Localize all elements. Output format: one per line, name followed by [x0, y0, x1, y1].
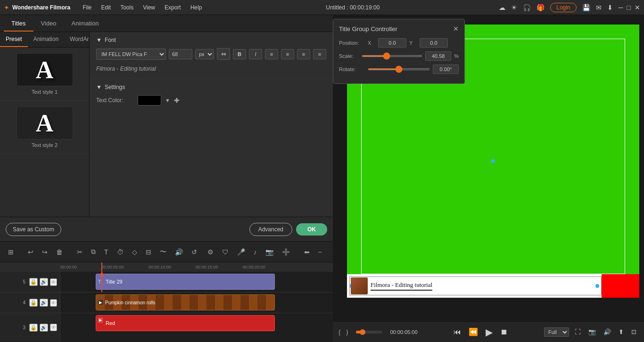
- color-swatch[interactable]: [138, 95, 161, 106]
- grid-view-button[interactable]: ⊞: [5, 246, 17, 258]
- reset-button[interactable]: ↺: [188, 246, 200, 258]
- mic-button[interactable]: 🎤: [234, 246, 248, 258]
- shield-button[interactable]: 🛡: [219, 246, 232, 258]
- font-size-input[interactable]: [169, 49, 192, 59]
- font-family-select[interactable]: IM FELL DW Pica F: [96, 49, 166, 60]
- bold-button[interactable]: B: [233, 49, 246, 59]
- sun-icon[interactable]: ☀: [511, 4, 517, 11]
- tgc-scale-input[interactable]: [425, 51, 451, 61]
- tgc-scale-slider[interactable]: [362, 55, 422, 57]
- tab-animation[interactable]: Animation: [64, 16, 107, 32]
- track-4-mute-btn[interactable]: 🔊: [40, 299, 48, 307]
- red-clip[interactable]: ▶ Red: [96, 315, 275, 331]
- track-3-mute-btn[interactable]: 🔊: [40, 324, 48, 332]
- menu-file[interactable]: File: [78, 2, 96, 13]
- snapshot-button[interactable]: 📷: [586, 326, 598, 337]
- track-4-hide-btn[interactable]: 👁: [50, 299, 57, 307]
- tab-animation-preset[interactable]: Animation: [28, 32, 64, 47]
- mute-button[interactable]: 🔊: [172, 246, 186, 258]
- cut-button[interactable]: ✂: [74, 246, 86, 258]
- fullscreen-button[interactable]: ⛶: [573, 326, 583, 337]
- ok-button[interactable]: OK: [296, 223, 327, 236]
- font-section-header[interactable]: ▼ Font: [96, 37, 326, 43]
- pip-button[interactable]: ⊡: [629, 326, 638, 337]
- menu-view[interactable]: View: [138, 2, 160, 13]
- keyframe-button[interactable]: ◇: [129, 246, 140, 258]
- tab-titles[interactable]: Titles: [4, 16, 33, 32]
- settings-button[interactable]: ⚙: [204, 246, 217, 258]
- stop-button[interactable]: ⏹: [498, 326, 510, 338]
- save-icon[interactable]: 💾: [582, 4, 590, 11]
- maximize-button[interactable]: □: [627, 4, 631, 11]
- tab-video[interactable]: Video: [33, 16, 64, 32]
- gift-icon[interactable]: 🎁: [537, 4, 545, 11]
- timer-button[interactable]: ⏱: [114, 246, 127, 258]
- audio-track-button[interactable]: ♪: [250, 246, 260, 258]
- text-style-1-item[interactable]: A Text style 1: [0, 48, 89, 101]
- font-size-unit-select[interactable]: px: [195, 49, 214, 59]
- text-style-2-item[interactable]: A Text style 2: [0, 101, 89, 154]
- advanced-button[interactable]: Advanced: [249, 223, 292, 236]
- add-track-button[interactable]: ➕: [279, 246, 293, 258]
- settings-section: ▼ Settings Text Color: ▼ ✚: [90, 79, 333, 110]
- settings-label: Settings: [105, 84, 125, 90]
- play-button[interactable]: ▶: [484, 325, 495, 340]
- tab-wordart[interactable]: WordArt: [64, 32, 90, 47]
- track-3-hide-btn[interactable]: 👁: [50, 324, 57, 331]
- italic-button[interactable]: I: [249, 49, 262, 59]
- align-center-button[interactable]: ≡: [281, 49, 294, 59]
- spacing-icon-btn[interactable]: ⇔: [217, 48, 230, 60]
- zoom-level-select[interactable]: Full 50% 75%: [544, 327, 569, 337]
- track-5-lock-btn[interactable]: 🔒: [29, 278, 38, 286]
- camera-button[interactable]: 📷: [262, 246, 277, 258]
- save-as-custom-button[interactable]: Save as Custom: [6, 223, 61, 236]
- redo-button[interactable]: ↪: [39, 246, 51, 258]
- align-right-button[interactable]: ≡: [297, 49, 310, 59]
- cloud-icon[interactable]: ☁: [499, 4, 505, 11]
- download-icon[interactable]: ⬇: [607, 4, 613, 11]
- tgc-y-input[interactable]: [420, 38, 448, 48]
- justify-button[interactable]: ≡: [313, 49, 326, 59]
- track-5-hide-btn[interactable]: 👁: [50, 278, 57, 286]
- color-row: Text Color: ▼ ✚: [96, 95, 326, 106]
- delete-button[interactable]: 🗑: [53, 246, 66, 258]
- zoom-out-button[interactable]: −: [315, 246, 325, 258]
- settings-section-header[interactable]: ▼ Settings: [96, 84, 326, 90]
- track-row-4: 4 🔒 🔊 👁 ▶ Pumpkin cinnamon rolls: [0, 293, 333, 313]
- track-5-mute-btn[interactable]: 🔊: [40, 278, 48, 286]
- headphone-icon[interactable]: 🎧: [523, 4, 531, 11]
- align-left-button[interactable]: ≡: [265, 49, 278, 59]
- export-frame-button[interactable]: ⬆: [617, 326, 626, 337]
- tgc-close-button[interactable]: ✕: [453, 25, 459, 33]
- playback-progress[interactable]: [356, 331, 383, 334]
- track-3-lock-btn[interactable]: 🔒: [29, 324, 38, 332]
- tgc-rotate-slider[interactable]: [368, 68, 430, 70]
- eyedropper-button[interactable]: ✚: [174, 97, 180, 104]
- undo-button[interactable]: ↩: [25, 246, 37, 258]
- import-button[interactable]: ⬅: [301, 246, 313, 258]
- title-clip[interactable]: T Title 29: [96, 274, 275, 290]
- close-button[interactable]: ✕: [635, 4, 640, 11]
- step-back-button[interactable]: ⏪: [467, 326, 480, 338]
- login-button[interactable]: Login: [550, 3, 576, 12]
- tgc-scale-unit: %: [454, 53, 459, 59]
- menu-edit[interactable]: Edit: [96, 2, 116, 13]
- tgc-x-input[interactable]: [378, 38, 406, 48]
- eq-button[interactable]: ⊟: [142, 246, 155, 258]
- video-clip[interactable]: ▶ Pumpkin cinnamon rolls: [96, 294, 275, 310]
- menu-help[interactable]: Help: [186, 2, 207, 13]
- track-4-lock-btn[interactable]: 🔒: [29, 299, 38, 307]
- text-button[interactable]: T: [101, 246, 112, 258]
- mail-icon[interactable]: ✉: [596, 4, 602, 11]
- playback-handle[interactable]: [360, 329, 365, 335]
- clip-button[interactable]: ⧉: [88, 245, 99, 258]
- tab-preset[interactable]: Preset: [0, 32, 28, 47]
- menu-tools[interactable]: Tools: [116, 2, 138, 13]
- menu-export[interactable]: Export: [160, 2, 186, 13]
- audio-button[interactable]: 〜: [157, 245, 170, 259]
- rewind-button[interactable]: ⏮: [452, 326, 463, 338]
- color-dropdown-arrow[interactable]: ▼: [165, 98, 170, 103]
- tgc-rotate-input[interactable]: [433, 65, 459, 74]
- minimize-button[interactable]: ─: [619, 4, 623, 11]
- audio-playback-button[interactable]: 🔊: [602, 326, 613, 337]
